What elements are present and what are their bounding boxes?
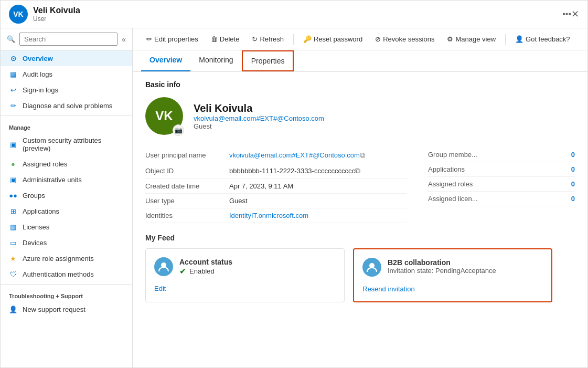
created-value: Apr 7, 2023, 9:11 AM	[229, 182, 293, 190]
account-status-title-group: Account status ✔ Enabled	[179, 258, 232, 276]
page-content: Basic info VK 📷 Veli Koivula vkoivula@em…	[133, 72, 587, 367]
avatar-initials: VK	[155, 109, 173, 123]
sidebar-item-diagnose[interactable]: ✏ Diagnose and solve problems	[1, 98, 132, 113]
manage-label: Manage view	[455, 35, 496, 43]
enabled-check-icon: ✔	[179, 266, 186, 276]
edit-properties-button[interactable]: ✏ Edit properties	[141, 33, 204, 46]
delete-icon: 🗑	[211, 35, 218, 43]
identities-value[interactable]: IdentityIT.onmicrosoft.com	[229, 212, 308, 219]
delete-button[interactable]: 🗑 Delete	[206, 33, 245, 46]
info-row-usertype: User type Guest	[145, 194, 407, 208]
revoke-sessions-button[interactable]: ⊘ Revoke sessions	[370, 33, 440, 46]
my-feed-title: My Feed	[145, 234, 575, 242]
sidebar-collapse-button[interactable]: «	[122, 35, 126, 44]
manage-view-button[interactable]: ⚙ Manage view	[442, 33, 501, 46]
account-status-title: Account status	[179, 258, 232, 266]
licenses-icon: ▦	[9, 223, 17, 231]
sidebar-label-azure-roles: Azure role assignments	[23, 255, 94, 262]
sidebar-label-overview: Overview	[23, 55, 53, 62]
sidebar-label-admin-units: Administrative units	[23, 176, 82, 184]
roles-icon: ●	[9, 160, 17, 168]
info-row-upn: User principal name vkoivula@email.com#E…	[145, 148, 407, 163]
info-fields-column: User principal name vkoivula@email.com#E…	[145, 148, 407, 223]
sidebar-item-admin-units[interactable]: ▣ Administrative units	[1, 172, 132, 187]
sidebar-item-support[interactable]: 👤 New support request	[1, 301, 132, 317]
tab-monitoring[interactable]: Monitoring	[190, 50, 241, 71]
sidebar-item-licenses[interactable]: ▦ Licenses	[1, 219, 132, 235]
refresh-icon: ↻	[252, 35, 258, 43]
info-row-identities: Identities IdentityIT.onmicrosoft.com	[145, 208, 407, 223]
account-status-value: Enabled	[189, 267, 215, 275]
objectid-copy-icon[interactable]: ⧉	[355, 166, 360, 175]
stat-value-apps[interactable]: 0	[571, 165, 575, 173]
objectid-label: Object ID	[145, 167, 229, 175]
stat-row-licenses: Assigned licen... 0	[428, 192, 575, 206]
reset-icon: 🔑	[303, 35, 312, 43]
account-status-header: Account status ✔ Enabled	[154, 257, 336, 276]
header-close-button[interactable]: ✕	[571, 8, 579, 20]
sidebar-search-container: 🔍 «	[1, 28, 132, 50]
admin-icon: ▣	[9, 175, 17, 184]
stat-value-licenses[interactable]: 0	[571, 195, 575, 203]
sidebar-label-custom-security: Custom security attributes (preview)	[23, 136, 124, 152]
camera-icon[interactable]: 📷	[173, 124, 184, 136]
sidebar-item-audit-logs[interactable]: ▦ Audit logs	[1, 66, 132, 82]
stat-value-groups[interactable]: 0	[571, 151, 575, 159]
sidebar-item-groups[interactable]: ●● Groups	[1, 187, 132, 203]
profile-type: Guest	[194, 122, 324, 130]
b2b-collab-avatar	[362, 258, 381, 277]
b2b-resend-link[interactable]: Resend invitation	[362, 281, 543, 293]
feedback-label: Got feedback?	[526, 35, 570, 43]
header-more-button[interactable]: •••	[562, 9, 571, 19]
sidebar-label-diagnose: Diagnose and solve problems	[23, 102, 112, 110]
stat-value-roles[interactable]: 0	[571, 180, 575, 188]
objectid-value: bbbbbbbb-1111-2222-3333-cccccccccccc	[229, 167, 355, 175]
revoke-icon: ⊘	[375, 35, 381, 43]
sidebar-item-custom-security[interactable]: ▣ Custom security attributes (preview)	[1, 133, 132, 156]
sidebar-label-audit: Audit logs	[23, 70, 52, 78]
b2b-collab-title-group: B2B collaboration Invitation state: Pend…	[388, 258, 496, 277]
edit-icon: ✏	[146, 35, 152, 43]
sidebar-item-signin-logs[interactable]: ↩ Sign-in logs	[1, 82, 132, 98]
account-status-edit-link[interactable]: Edit	[154, 280, 336, 292]
sidebar: 🔍 « ⊙ Overview ▦ Audit logs ↩ Sign-in lo…	[1, 28, 133, 367]
apps-icon: ⊞	[9, 207, 17, 215]
feed-cards-container: Account status ✔ Enabled Edit	[145, 248, 575, 302]
auth-icon: 🛡	[9, 270, 17, 278]
sidebar-label-applications: Applications	[23, 207, 59, 215]
toolbar-separator-2	[505, 34, 506, 45]
profile-section: VK 📷 Veli Koivula vkoivula@email.com#EXT…	[145, 97, 575, 135]
app-header: VK Veli Koivula User ••• ✕	[1, 1, 587, 28]
sidebar-label-signin: Sign-in logs	[23, 86, 58, 94]
feedback-button[interactable]: 👤 Got feedback?	[510, 33, 575, 46]
main-content: ✏ Edit properties 🗑 Delete ↻ Refresh 🔑 R…	[133, 28, 587, 367]
stat-row-roles: Assigned roles 0	[428, 177, 575, 192]
sidebar-item-overview[interactable]: ⊙ Overview	[1, 50, 132, 66]
account-status-status: ✔ Enabled	[179, 266, 232, 276]
delete-label: Delete	[220, 35, 240, 43]
profile-email[interactable]: vkoivula@email.com#EXT#@Contoso.com	[194, 114, 324, 122]
header-name: Veli Koivula	[33, 6, 558, 15]
toolbar: ✏ Edit properties 🗑 Delete ↻ Refresh 🔑 R…	[133, 28, 587, 50]
usertype-value: Guest	[229, 197, 248, 205]
tab-properties[interactable]: Properties	[242, 50, 294, 71]
upn-copy-icon[interactable]: ⧉	[360, 151, 365, 160]
sidebar-label-auth-methods: Authentication methods	[23, 270, 94, 278]
basic-info-title: Basic info	[145, 80, 575, 89]
header-subtitle: User	[33, 15, 558, 23]
upn-value[interactable]: vkoivula@email.com#EXT#@Contoso.com	[229, 151, 360, 159]
tab-overview[interactable]: Overview	[141, 50, 190, 71]
sidebar-item-applications[interactable]: ⊞ Applications	[1, 203, 132, 219]
devices-icon: ▭	[9, 238, 17, 247]
sidebar-label-assigned-roles: Assigned roles	[23, 160, 67, 168]
b2b-collab-desc: Invitation state: PendingAcceptance	[388, 267, 496, 275]
sidebar-item-devices[interactable]: ▭ Devices	[1, 235, 132, 250]
sidebar-item-auth-methods[interactable]: 🛡 Authentication methods	[1, 266, 132, 282]
refresh-button[interactable]: ↻ Refresh	[247, 33, 289, 46]
sidebar-item-assigned-roles[interactable]: ● Assigned roles	[1, 156, 132, 172]
reset-password-button[interactable]: 🔑 Reset password	[298, 33, 368, 46]
header-info: Veli Koivula User	[33, 6, 558, 23]
search-input[interactable]	[19, 33, 117, 46]
sidebar-label-groups: Groups	[23, 192, 45, 199]
sidebar-item-azure-roles[interactable]: ★ Azure role assignments	[1, 250, 132, 266]
